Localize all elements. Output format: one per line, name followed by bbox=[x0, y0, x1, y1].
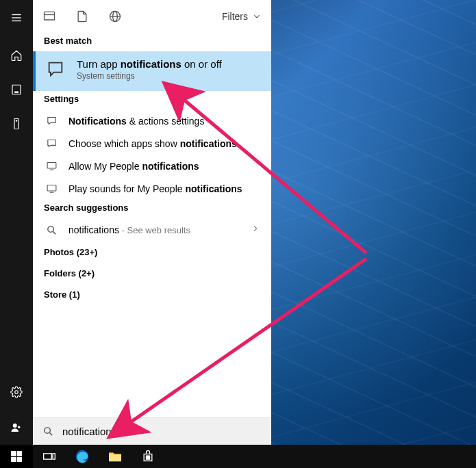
svg-rect-24 bbox=[53, 454, 55, 459]
chevron-down-icon bbox=[252, 12, 262, 21]
edge-button[interactable] bbox=[66, 445, 99, 468]
suggestion-text: notifications - See web results bbox=[68, 224, 241, 235]
store-button[interactable] bbox=[131, 445, 164, 468]
message-icon bbox=[44, 60, 67, 83]
settings-result[interactable]: Notifications & actions settings bbox=[33, 109, 271, 132]
settings-result[interactable]: Play sounds for My People notifications bbox=[33, 177, 271, 200]
filters-label: Filters bbox=[222, 11, 248, 22]
filters-dropdown[interactable]: Filters bbox=[222, 11, 262, 22]
svg-point-6 bbox=[16, 120, 17, 122]
svg-rect-15 bbox=[47, 163, 56, 169]
svg-rect-28 bbox=[148, 456, 149, 457]
apps-icon[interactable] bbox=[0, 79, 33, 100]
svg-rect-17 bbox=[47, 185, 56, 192]
best-match-result[interactable]: Turn app notifications on or off System … bbox=[33, 51, 271, 91]
settings-result[interactable]: Choose which apps show notifications bbox=[33, 132, 271, 155]
settings-header: Settings bbox=[33, 91, 271, 109]
svg-rect-29 bbox=[147, 458, 148, 459]
svg-point-9 bbox=[18, 426, 20, 428]
search-results-panel: Filters Best match Turn app notification… bbox=[33, 0, 271, 445]
explorer-button[interactable] bbox=[99, 445, 131, 468]
display-icon bbox=[44, 160, 59, 172]
result-text: Allow My People notifications bbox=[68, 161, 260, 172]
svg-rect-4 bbox=[15, 92, 18, 93]
web-filter-icon[interactable] bbox=[108, 10, 122, 23]
message-icon bbox=[44, 115, 59, 127]
cortana-sidebar bbox=[0, 0, 33, 445]
windows-logo-icon bbox=[11, 451, 22, 462]
web-suggestion[interactable]: notifications - See web results bbox=[33, 218, 271, 242]
user-icon[interactable] bbox=[0, 417, 33, 438]
search-input[interactable] bbox=[62, 426, 262, 437]
folders-category[interactable]: Folders (2+) bbox=[33, 263, 271, 284]
search-box[interactable] bbox=[33, 417, 271, 445]
best-match-subtitle: System settings bbox=[77, 71, 222, 81]
panel-toolbar: Filters bbox=[33, 0, 271, 33]
display-icon bbox=[44, 183, 59, 194]
svg-point-7 bbox=[15, 391, 18, 394]
settings-list: Notifications & actions settingsChoose w… bbox=[33, 109, 271, 200]
photos-category[interactable]: Photos (23+) bbox=[33, 242, 271, 263]
apps-filter-icon[interactable] bbox=[42, 10, 56, 23]
chevron-right-icon bbox=[251, 224, 260, 236]
result-text: Choose which apps show notifications bbox=[68, 138, 260, 149]
svg-rect-30 bbox=[148, 458, 149, 459]
remote-icon[interactable] bbox=[0, 114, 33, 134]
svg-point-8 bbox=[13, 424, 17, 428]
svg-line-22 bbox=[50, 433, 53, 436]
settings-result[interactable]: Allow My People notifications bbox=[33, 155, 271, 177]
svg-rect-10 bbox=[45, 12, 55, 20]
svg-point-21 bbox=[45, 428, 51, 434]
taskbar bbox=[0, 445, 476, 468]
best-match-header: Best match bbox=[33, 33, 271, 51]
result-text: Play sounds for My People notifications bbox=[68, 183, 260, 194]
documents-filter-icon[interactable] bbox=[75, 10, 89, 23]
search-icon bbox=[44, 224, 59, 236]
menu-icon[interactable] bbox=[0, 4, 33, 31]
svg-line-20 bbox=[53, 231, 55, 234]
svg-rect-23 bbox=[44, 454, 52, 459]
start-button[interactable] bbox=[0, 445, 33, 468]
settings-icon[interactable] bbox=[0, 382, 33, 402]
svg-rect-27 bbox=[147, 456, 148, 457]
home-icon[interactable] bbox=[0, 45, 33, 66]
svg-rect-26 bbox=[109, 454, 121, 461]
message-icon bbox=[44, 138, 59, 149]
result-text: Notifications & actions settings bbox=[68, 116, 260, 127]
suggestions-header: Search suggestions bbox=[33, 200, 271, 218]
best-match-title: Turn app notifications on or off bbox=[77, 58, 222, 70]
taskview-button[interactable] bbox=[33, 445, 66, 468]
search-icon bbox=[42, 426, 54, 437]
svg-point-19 bbox=[47, 226, 53, 232]
store-category[interactable]: Store (1) bbox=[33, 284, 271, 305]
